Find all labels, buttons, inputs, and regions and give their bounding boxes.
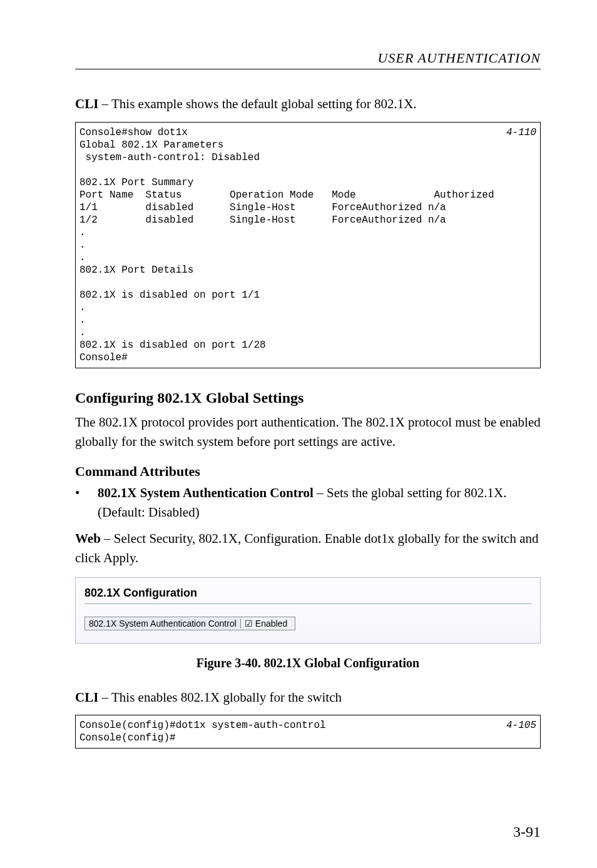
code2-ref: 4-105 bbox=[506, 719, 536, 732]
code1-line1-left: Console#show dot1x bbox=[79, 126, 188, 139]
section-heading-configuring: Configuring 802.1X Global Settings bbox=[75, 390, 541, 406]
ui-auth-control-row: 802.1X System Authentication Control ☑En… bbox=[84, 617, 295, 630]
bullet-item-1: • 802.1X System Authentication Control –… bbox=[75, 483, 541, 523]
bullet-dot: • bbox=[75, 483, 98, 523]
code1-body2: 802.1X Port Details 802.1X is disabled o… bbox=[79, 265, 260, 301]
intro-cli-1: CLI – This example shows the default glo… bbox=[75, 94, 541, 114]
cli-label-2: CLI bbox=[75, 690, 98, 705]
ui-auth-control-label: 802.1X System Authentication Control bbox=[89, 618, 240, 628]
code2-line1-left: Console(config)#dot1x system-auth-contro… bbox=[79, 719, 326, 732]
section-heading-attributes: Command Attributes bbox=[75, 463, 541, 480]
code1-table: Port Name Status Operation Mode Mode Aut… bbox=[79, 189, 494, 226]
code-block-2: Console(config)#dot1x system-auth-contro… bbox=[75, 715, 541, 749]
intro2-text: – This enables 802.1X globally for the s… bbox=[98, 690, 342, 705]
para2-text: – Select Security, 802.1X, Configuration… bbox=[75, 531, 539, 566]
embedded-ui-panel: 802.1X Configuration 802.1X System Authe… bbox=[75, 577, 541, 643]
web-label: Web bbox=[75, 531, 101, 546]
code2-line2: Console(config)# bbox=[79, 732, 176, 744]
page-number: 3-91 bbox=[513, 824, 541, 840]
cli-label-1: CLI bbox=[75, 96, 98, 111]
para-web: Web – Select Security, 802.1X, Configura… bbox=[75, 529, 541, 568]
enabled-text: Enabled bbox=[255, 618, 287, 628]
code-block-1: Console#show dot1x4-110Global 802.1X Par… bbox=[75, 122, 541, 368]
intro-cli-2: CLI – This enables 802.1X globally for t… bbox=[75, 688, 541, 708]
ui-panel-title: 802.1X Configuration bbox=[84, 587, 531, 603]
ui-divider bbox=[84, 603, 531, 604]
code1-ref: 4-110 bbox=[506, 126, 536, 139]
enabled-checkbox[interactable]: ☑Enabled bbox=[240, 618, 291, 628]
bullet1-bold: 802.1X System Authentication Control bbox=[98, 485, 314, 500]
checkbox-icon: ☑ bbox=[245, 618, 253, 628]
figure-caption: Figure 3-40. 802.1X Global Configuration bbox=[75, 656, 541, 670]
page-header: USER AUTHENTICATION bbox=[75, 50, 541, 69]
para-protocol-desc: The 802.1X protocol provides port authen… bbox=[75, 413, 541, 452]
code1-body1: Global 802.1X Parameters system-auth-con… bbox=[79, 139, 260, 188]
code1-body3: 802.1X is disabled on port 1/28 Console# bbox=[79, 340, 266, 363]
intro1-text: – This example shows the default global … bbox=[98, 96, 416, 111]
